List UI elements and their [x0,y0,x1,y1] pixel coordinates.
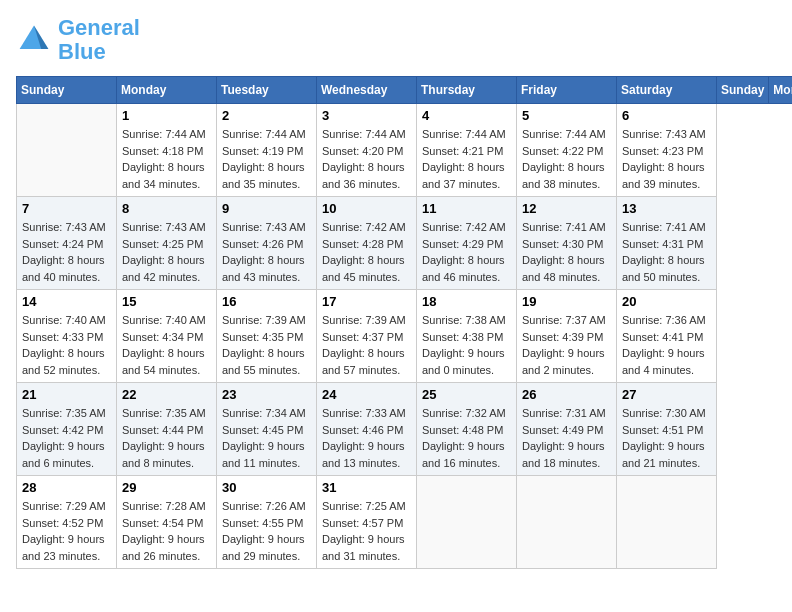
calendar-header-row: SundayMondayTuesdayWednesdayThursdayFrid… [17,77,793,104]
day-number: 12 [522,201,611,216]
day-number: 16 [222,294,311,309]
day-number: 22 [122,387,211,402]
col-header-sunday: Sunday [17,77,117,104]
day-number: 9 [222,201,311,216]
day-cell: 3Sunrise: 7:44 AMSunset: 4:20 PMDaylight… [317,104,417,197]
day-cell: 15Sunrise: 7:40 AMSunset: 4:34 PMDayligh… [117,290,217,383]
page-header: General Blue [16,16,776,64]
day-cell: 31Sunrise: 7:25 AMSunset: 4:57 PMDayligh… [317,476,417,569]
day-cell: 30Sunrise: 7:26 AMSunset: 4:55 PMDayligh… [217,476,317,569]
col-header-tuesday: Tuesday [217,77,317,104]
week-row-5: 28Sunrise: 7:29 AMSunset: 4:52 PMDayligh… [17,476,793,569]
day-info: Sunrise: 7:35 AMSunset: 4:44 PMDaylight:… [122,405,211,471]
day-info: Sunrise: 7:41 AMSunset: 4:30 PMDaylight:… [522,219,611,285]
day-info: Sunrise: 7:43 AMSunset: 4:23 PMDaylight:… [622,126,711,192]
day-cell: 6Sunrise: 7:43 AMSunset: 4:23 PMDaylight… [617,104,717,197]
day-number: 19 [522,294,611,309]
day-info: Sunrise: 7:30 AMSunset: 4:51 PMDaylight:… [622,405,711,471]
day-number: 10 [322,201,411,216]
day-number: 7 [22,201,111,216]
day-info: Sunrise: 7:33 AMSunset: 4:46 PMDaylight:… [322,405,411,471]
day-info: Sunrise: 7:44 AMSunset: 4:18 PMDaylight:… [122,126,211,192]
day-info: Sunrise: 7:31 AMSunset: 4:49 PMDaylight:… [522,405,611,471]
day-cell: 27Sunrise: 7:30 AMSunset: 4:51 PMDayligh… [617,383,717,476]
week-row-1: 1Sunrise: 7:44 AMSunset: 4:18 PMDaylight… [17,104,793,197]
calendar-table: SundayMondayTuesdayWednesdayThursdayFrid… [16,76,792,569]
day-info: Sunrise: 7:37 AMSunset: 4:39 PMDaylight:… [522,312,611,378]
col-header-wednesday: Wednesday [317,77,417,104]
day-info: Sunrise: 7:25 AMSunset: 4:57 PMDaylight:… [322,498,411,564]
day-info: Sunrise: 7:44 AMSunset: 4:21 PMDaylight:… [422,126,511,192]
day-number: 4 [422,108,511,123]
col-header-thursday: Thursday [417,77,517,104]
day-cell [517,476,617,569]
col-header-monday: Monday [769,77,792,104]
week-row-3: 14Sunrise: 7:40 AMSunset: 4:33 PMDayligh… [17,290,793,383]
day-number: 31 [322,480,411,495]
day-cell: 18Sunrise: 7:38 AMSunset: 4:38 PMDayligh… [417,290,517,383]
day-info: Sunrise: 7:44 AMSunset: 4:22 PMDaylight:… [522,126,611,192]
day-info: Sunrise: 7:43 AMSunset: 4:26 PMDaylight:… [222,219,311,285]
day-info: Sunrise: 7:43 AMSunset: 4:24 PMDaylight:… [22,219,111,285]
day-number: 26 [522,387,611,402]
day-info: Sunrise: 7:42 AMSunset: 4:28 PMDaylight:… [322,219,411,285]
col-header-friday: Friday [517,77,617,104]
day-cell: 9Sunrise: 7:43 AMSunset: 4:26 PMDaylight… [217,197,317,290]
day-number: 29 [122,480,211,495]
day-cell: 25Sunrise: 7:32 AMSunset: 4:48 PMDayligh… [417,383,517,476]
day-cell: 23Sunrise: 7:34 AMSunset: 4:45 PMDayligh… [217,383,317,476]
day-cell: 21Sunrise: 7:35 AMSunset: 4:42 PMDayligh… [17,383,117,476]
logo-icon [16,22,52,58]
day-cell: 29Sunrise: 7:28 AMSunset: 4:54 PMDayligh… [117,476,217,569]
day-cell: 14Sunrise: 7:40 AMSunset: 4:33 PMDayligh… [17,290,117,383]
day-info: Sunrise: 7:34 AMSunset: 4:45 PMDaylight:… [222,405,311,471]
day-number: 3 [322,108,411,123]
day-number: 2 [222,108,311,123]
day-cell: 26Sunrise: 7:31 AMSunset: 4:49 PMDayligh… [517,383,617,476]
day-info: Sunrise: 7:41 AMSunset: 4:31 PMDaylight:… [622,219,711,285]
day-info: Sunrise: 7:26 AMSunset: 4:55 PMDaylight:… [222,498,311,564]
day-number: 5 [522,108,611,123]
week-row-2: 7Sunrise: 7:43 AMSunset: 4:24 PMDaylight… [17,197,793,290]
day-number: 20 [622,294,711,309]
day-cell: 8Sunrise: 7:43 AMSunset: 4:25 PMDaylight… [117,197,217,290]
day-info: Sunrise: 7:40 AMSunset: 4:33 PMDaylight:… [22,312,111,378]
day-info: Sunrise: 7:36 AMSunset: 4:41 PMDaylight:… [622,312,711,378]
logo-text: General Blue [58,16,140,64]
day-cell: 5Sunrise: 7:44 AMSunset: 4:22 PMDaylight… [517,104,617,197]
day-number: 15 [122,294,211,309]
day-cell: 10Sunrise: 7:42 AMSunset: 4:28 PMDayligh… [317,197,417,290]
day-cell: 7Sunrise: 7:43 AMSunset: 4:24 PMDaylight… [17,197,117,290]
day-number: 24 [322,387,411,402]
day-cell [617,476,717,569]
day-info: Sunrise: 7:29 AMSunset: 4:52 PMDaylight:… [22,498,111,564]
day-number: 28 [22,480,111,495]
day-number: 11 [422,201,511,216]
col-header-saturday: Saturday [617,77,717,104]
day-info: Sunrise: 7:39 AMSunset: 4:37 PMDaylight:… [322,312,411,378]
day-number: 17 [322,294,411,309]
day-number: 6 [622,108,711,123]
logo: General Blue [16,16,140,64]
day-cell [417,476,517,569]
day-cell: 17Sunrise: 7:39 AMSunset: 4:37 PMDayligh… [317,290,417,383]
day-number: 27 [622,387,711,402]
day-info: Sunrise: 7:43 AMSunset: 4:25 PMDaylight:… [122,219,211,285]
day-number: 14 [22,294,111,309]
day-cell: 11Sunrise: 7:42 AMSunset: 4:29 PMDayligh… [417,197,517,290]
day-number: 23 [222,387,311,402]
col-header-sunday: Sunday [717,77,769,104]
day-cell: 1Sunrise: 7:44 AMSunset: 4:18 PMDaylight… [117,104,217,197]
day-number: 18 [422,294,511,309]
day-info: Sunrise: 7:32 AMSunset: 4:48 PMDaylight:… [422,405,511,471]
day-number: 1 [122,108,211,123]
day-info: Sunrise: 7:44 AMSunset: 4:19 PMDaylight:… [222,126,311,192]
day-info: Sunrise: 7:40 AMSunset: 4:34 PMDaylight:… [122,312,211,378]
day-info: Sunrise: 7:35 AMSunset: 4:42 PMDaylight:… [22,405,111,471]
day-cell: 4Sunrise: 7:44 AMSunset: 4:21 PMDaylight… [417,104,517,197]
day-number: 13 [622,201,711,216]
day-cell: 13Sunrise: 7:41 AMSunset: 4:31 PMDayligh… [617,197,717,290]
day-cell: 24Sunrise: 7:33 AMSunset: 4:46 PMDayligh… [317,383,417,476]
day-info: Sunrise: 7:28 AMSunset: 4:54 PMDaylight:… [122,498,211,564]
day-number: 25 [422,387,511,402]
